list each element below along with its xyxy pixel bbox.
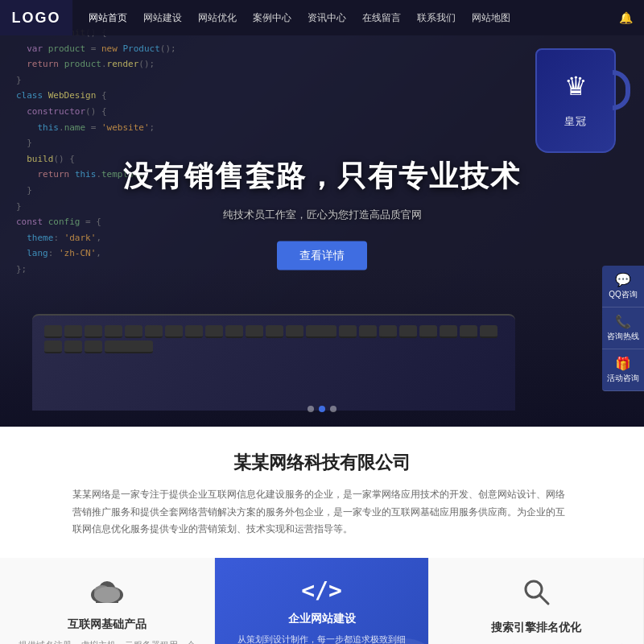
key — [165, 325, 183, 338]
cloud-icon — [89, 577, 125, 609]
nav-item-news[interactable]: 资讯中心 — [299, 0, 354, 35]
phone-icon: 📞 — [605, 314, 641, 329]
hero-subtitle: 纯技术员工作室，匠心为您打造高品质官网 — [0, 208, 644, 222]
bell-icon[interactable]: 🔔 — [619, 11, 644, 24]
hero-content: 没有销售套路，只有专业技术 纯技术员工作室，匠心为您打造高品质官网 查看详情 — [0, 157, 644, 270]
company-desc: 某某网络是一家专注于提供企业互联网信息化建设服务的企业，是一家掌网络应用技术的开… — [72, 486, 572, 539]
side-btn-qq-label: QQ咨询 — [609, 290, 638, 299]
side-float-buttons: 💬 QQ咨询 📞 咨询热线 🎁 活动咨询 — [602, 266, 644, 391]
key — [379, 325, 397, 338]
key — [266, 325, 283, 338]
svg-line-9 — [540, 596, 548, 604]
side-btn-phone[interactable]: 📞 咨询热线 — [602, 308, 644, 349]
logo[interactable]: LOGO — [0, 0, 72, 35]
keyboard-keys — [32, 316, 515, 363]
service-desc-website: 从策划到设计制作，每一步都追求极致到细腻，结合搜索引擎优化与用户体验优化，制作可… — [231, 633, 413, 644]
key — [246, 325, 263, 338]
key — [286, 325, 303, 338]
mug-crown: ♛皇冠 — [564, 71, 588, 131]
nav-item-cases[interactable]: 案例中心 — [245, 0, 299, 35]
nav-item-sitemap[interactable]: 网站地图 — [464, 0, 518, 35]
service-card-internet: 互联网基础产品 提供域名注册、虚拟主机、云服务器租用、企业超精等网络推广基础产品… — [0, 558, 215, 644]
company-section: 某某网络科技有限公司 某某网络是一家专注于提供企业互联网信息化建设服务的企业，是… — [0, 427, 644, 558]
search-magnify-icon — [522, 577, 551, 613]
key — [125, 325, 142, 338]
key — [64, 325, 82, 338]
key — [339, 325, 357, 338]
key — [85, 341, 102, 353]
hero-dots — [0, 406, 644, 412]
nav-item-message[interactable]: 在线留言 — [354, 0, 409, 35]
key — [225, 325, 243, 338]
service-name-seo: 搜索引擎排名优化 — [491, 621, 581, 635]
key — [44, 325, 62, 338]
nav-items: 网站首页 网站建设 网站优化 案例中心 资讯中心 在线留言 联系我们 网站地图 — [72, 0, 619, 35]
qq-icon: 💬 — [605, 272, 641, 287]
key — [440, 325, 457, 338]
hero-cta-button[interactable]: 查看详情 — [277, 242, 367, 270]
company-title: 某某网络科技有限公司 — [48, 451, 596, 475]
dot-2[interactable] — [319, 406, 325, 412]
navbar: LOGO 网站首页 网站建设 网站优化 案例中心 资讯中心 在线留言 联系我们 … — [0, 0, 644, 35]
key — [85, 325, 102, 338]
key — [44, 341, 62, 353]
key — [419, 325, 437, 338]
dot-3[interactable] — [330, 406, 336, 412]
service-desc-internet: 提供域名注册、虚拟主机、云服务器租用、企业超精等网络推广基础产品，提供专业的建议… — [16, 638, 198, 644]
nav-item-build[interactable]: 网站建设 — [135, 0, 190, 35]
mug-shape: ♛皇冠 — [535, 48, 616, 153]
hero-title: 没有销售套路，只有专业技术 — [0, 157, 644, 196]
key — [185, 325, 203, 338]
key — [359, 325, 377, 338]
side-btn-promo-label: 活动咨询 — [607, 374, 639, 382]
side-btn-promo[interactable]: 🎁 活动咨询 — [602, 349, 644, 391]
side-btn-qq[interactable]: 💬 QQ咨询 — [602, 266, 644, 308]
nav-item-optimize[interactable]: 网站优化 — [190, 0, 245, 35]
nav-item-contact[interactable]: 联系我们 — [409, 0, 464, 35]
promo-icon: 🎁 — [605, 356, 641, 371]
keyboard-visual — [32, 314, 515, 411]
key — [145, 325, 163, 338]
service-card-website: </> 企业网站建设 从策划到设计制作，每一步都追求极致到细腻，结合搜索引擎优化… — [215, 558, 430, 644]
key — [480, 325, 497, 338]
hero-section: function init() { var product = new Prod… — [0, 0, 644, 427]
key — [105, 325, 122, 338]
key — [460, 325, 477, 338]
nav-item-home[interactable]: 网站首页 — [80, 0, 135, 35]
key — [64, 341, 82, 353]
mug-handle — [613, 70, 630, 110]
side-btn-phone-label: 咨询热线 — [607, 332, 639, 341]
svg-point-7 — [94, 587, 120, 603]
dot-1[interactable] — [308, 406, 314, 412]
key-wider — [105, 341, 153, 353]
key — [399, 325, 417, 338]
key-wide — [306, 325, 336, 338]
service-name-website: 企业网站建设 — [288, 612, 356, 626]
service-name-internet: 互联网基础产品 — [68, 617, 147, 632]
services-section: 互联网基础产品 提供域名注册、虚拟主机、云服务器租用、企业超精等网络推广基础产品… — [0, 558, 644, 644]
key — [205, 325, 223, 338]
service-card-seo: 搜索引擎排名优化 先分析后合作，先排名后付费，做SEO优化让您的网站有更多关键词… — [429, 558, 644, 644]
code-brackets-icon: </> — [301, 577, 342, 604]
